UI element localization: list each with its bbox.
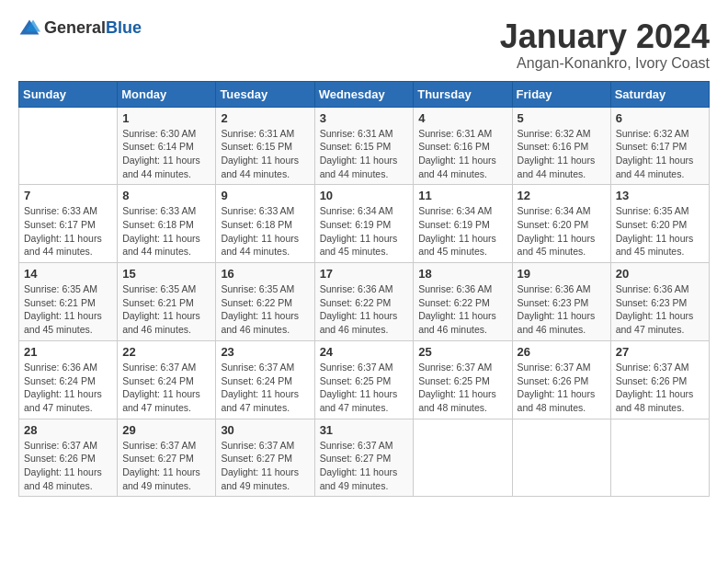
header-tuesday: Tuesday (216, 81, 314, 107)
day-info: Sunrise: 6:34 AM Sunset: 6:19 PM Dayligh… (320, 204, 409, 259)
day-number: 3 (320, 111, 409, 125)
day-info: Sunrise: 6:33 AM Sunset: 6:18 PM Dayligh… (221, 204, 309, 259)
day-cell (512, 419, 610, 497)
day-cell (19, 107, 118, 185)
day-cell: 5Sunrise: 6:32 AM Sunset: 6:16 PM Daylig… (512, 107, 610, 185)
day-info: Sunrise: 6:37 AM Sunset: 6:26 PM Dayligh… (518, 361, 606, 415)
day-cell: 1Sunrise: 6:30 AM Sunset: 6:14 PM Daylig… (118, 107, 216, 185)
day-cell: 24Sunrise: 6:37 AM Sunset: 6:25 PM Dayli… (314, 340, 414, 419)
day-number: 23 (221, 345, 309, 359)
day-cell: 7Sunrise: 6:33 AM Sunset: 6:17 PM Daylig… (19, 185, 118, 263)
day-info: Sunrise: 6:32 AM Sunset: 6:17 PM Dayligh… (616, 127, 704, 181)
day-cell: 27Sunrise: 6:37 AM Sunset: 6:26 PM Dayli… (610, 340, 709, 419)
day-info: Sunrise: 6:36 AM Sunset: 6:22 PM Dayligh… (418, 282, 506, 337)
title-block: January 2024 Angan-Konankro, Ivory Coast (500, 18, 710, 72)
day-info: Sunrise: 6:31 AM Sunset: 6:15 PM Dayligh… (221, 127, 309, 181)
day-number: 20 (616, 267, 704, 281)
day-number: 26 (518, 345, 606, 359)
day-number: 9 (221, 189, 309, 202)
day-cell: 14Sunrise: 6:35 AM Sunset: 6:21 PM Dayli… (19, 263, 118, 341)
day-cell: 11Sunrise: 6:34 AM Sunset: 6:19 PM Dayli… (414, 185, 512, 263)
day-number: 15 (122, 267, 210, 281)
calendar-header-row: SundayMondayTuesdayWednesdayThursdayFrid… (19, 81, 710, 107)
day-number: 6 (616, 111, 704, 125)
day-cell: 15Sunrise: 6:35 AM Sunset: 6:21 PM Dayli… (118, 263, 216, 341)
day-number: 24 (320, 345, 409, 359)
header-sunday: Sunday (19, 81, 118, 107)
day-number: 5 (518, 111, 606, 125)
day-cell: 16Sunrise: 6:35 AM Sunset: 6:22 PM Dayli… (216, 263, 314, 341)
day-number: 18 (418, 267, 506, 281)
day-info: Sunrise: 6:33 AM Sunset: 6:18 PM Dayligh… (122, 204, 210, 259)
day-info: Sunrise: 6:34 AM Sunset: 6:20 PM Dayligh… (518, 204, 606, 259)
day-info: Sunrise: 6:36 AM Sunset: 6:23 PM Dayligh… (616, 282, 704, 337)
day-number: 13 (616, 189, 704, 202)
day-cell: 6Sunrise: 6:32 AM Sunset: 6:17 PM Daylig… (610, 107, 709, 185)
day-number: 29 (122, 423, 210, 437)
day-cell: 30Sunrise: 6:37 AM Sunset: 6:27 PM Dayli… (216, 419, 314, 497)
location-title: Angan-Konankro, Ivory Coast (500, 55, 710, 72)
day-cell: 22Sunrise: 6:37 AM Sunset: 6:24 PM Dayli… (118, 340, 216, 419)
logo: GeneralBlue (18, 18, 142, 37)
day-number: 17 (320, 267, 409, 281)
day-cell: 12Sunrise: 6:34 AM Sunset: 6:20 PM Dayli… (512, 185, 610, 263)
header-monday: Monday (118, 81, 216, 107)
day-cell (610, 419, 709, 497)
day-cell: 4Sunrise: 6:31 AM Sunset: 6:16 PM Daylig… (414, 107, 512, 185)
day-cell: 3Sunrise: 6:31 AM Sunset: 6:15 PM Daylig… (314, 107, 414, 185)
day-info: Sunrise: 6:34 AM Sunset: 6:19 PM Dayligh… (418, 204, 506, 259)
day-info: Sunrise: 6:36 AM Sunset: 6:24 PM Dayligh… (24, 361, 112, 415)
header-friday: Friday (512, 81, 610, 107)
week-row-3: 14Sunrise: 6:35 AM Sunset: 6:21 PM Dayli… (19, 263, 710, 341)
calendar-table: SundayMondayTuesdayWednesdayThursdayFrid… (18, 81, 710, 498)
day-number: 19 (518, 267, 606, 281)
day-info: Sunrise: 6:30 AM Sunset: 6:14 PM Dayligh… (122, 127, 210, 181)
day-info: Sunrise: 6:36 AM Sunset: 6:23 PM Dayligh… (518, 282, 606, 337)
header-saturday: Saturday (610, 81, 709, 107)
day-cell: 18Sunrise: 6:36 AM Sunset: 6:22 PM Dayli… (414, 263, 512, 341)
day-info: Sunrise: 6:35 AM Sunset: 6:21 PM Dayligh… (122, 282, 210, 337)
week-row-4: 21Sunrise: 6:36 AM Sunset: 6:24 PM Dayli… (19, 340, 710, 419)
day-info: Sunrise: 6:33 AM Sunset: 6:17 PM Dayligh… (24, 204, 112, 259)
day-info: Sunrise: 6:37 AM Sunset: 6:24 PM Dayligh… (122, 361, 210, 415)
day-cell: 25Sunrise: 6:37 AM Sunset: 6:25 PM Dayli… (414, 340, 512, 419)
day-cell: 10Sunrise: 6:34 AM Sunset: 6:19 PM Dayli… (314, 185, 414, 263)
day-info: Sunrise: 6:31 AM Sunset: 6:15 PM Dayligh… (320, 127, 409, 181)
day-number: 1 (122, 111, 210, 125)
day-cell: 31Sunrise: 6:37 AM Sunset: 6:27 PM Dayli… (314, 419, 414, 497)
day-cell: 13Sunrise: 6:35 AM Sunset: 6:20 PM Dayli… (610, 185, 709, 263)
day-cell: 19Sunrise: 6:36 AM Sunset: 6:23 PM Dayli… (512, 263, 610, 341)
day-number: 10 (320, 189, 409, 202)
day-info: Sunrise: 6:36 AM Sunset: 6:22 PM Dayligh… (320, 282, 409, 337)
day-cell: 2Sunrise: 6:31 AM Sunset: 6:15 PM Daylig… (216, 107, 314, 185)
day-info: Sunrise: 6:37 AM Sunset: 6:25 PM Dayligh… (418, 361, 506, 415)
day-cell (414, 419, 512, 497)
day-number: 2 (221, 111, 309, 125)
day-cell: 8Sunrise: 6:33 AM Sunset: 6:18 PM Daylig… (118, 185, 216, 263)
day-cell: 21Sunrise: 6:36 AM Sunset: 6:24 PM Dayli… (19, 340, 118, 419)
day-info: Sunrise: 6:37 AM Sunset: 6:26 PM Dayligh… (616, 361, 704, 415)
day-number: 8 (122, 189, 210, 202)
week-row-2: 7Sunrise: 6:33 AM Sunset: 6:17 PM Daylig… (19, 185, 710, 263)
day-number: 22 (122, 345, 210, 359)
day-info: Sunrise: 6:35 AM Sunset: 6:20 PM Dayligh… (616, 204, 704, 259)
day-number: 31 (320, 423, 409, 437)
day-cell: 28Sunrise: 6:37 AM Sunset: 6:26 PM Dayli… (19, 419, 118, 497)
day-info: Sunrise: 6:35 AM Sunset: 6:21 PM Dayligh… (24, 282, 112, 337)
day-number: 12 (518, 189, 606, 202)
day-number: 27 (616, 345, 704, 359)
day-cell: 23Sunrise: 6:37 AM Sunset: 6:24 PM Dayli… (216, 340, 314, 419)
day-number: 25 (418, 345, 506, 359)
day-cell: 9Sunrise: 6:33 AM Sunset: 6:18 PM Daylig… (216, 185, 314, 263)
page-header: GeneralBlue January 2024 Angan-Konankro,… (18, 18, 710, 72)
day-info: Sunrise: 6:35 AM Sunset: 6:22 PM Dayligh… (221, 282, 309, 337)
day-info: Sunrise: 6:37 AM Sunset: 6:25 PM Dayligh… (320, 361, 409, 415)
logo-icon (18, 18, 40, 37)
day-info: Sunrise: 6:37 AM Sunset: 6:26 PM Dayligh… (24, 439, 112, 493)
month-title: January 2024 (500, 18, 710, 55)
day-info: Sunrise: 6:32 AM Sunset: 6:16 PM Dayligh… (518, 127, 606, 181)
day-number: 11 (418, 189, 506, 202)
day-cell: 26Sunrise: 6:37 AM Sunset: 6:26 PM Dayli… (512, 340, 610, 419)
day-info: Sunrise: 6:37 AM Sunset: 6:27 PM Dayligh… (122, 439, 210, 493)
day-info: Sunrise: 6:37 AM Sunset: 6:27 PM Dayligh… (221, 439, 309, 493)
